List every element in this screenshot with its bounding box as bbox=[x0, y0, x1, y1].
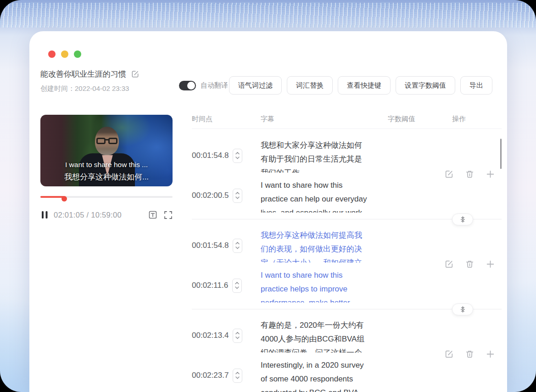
table-header-row: 时间点 字幕 字数阈值 操作 bbox=[192, 109, 502, 129]
add-subtitle-icon[interactable] bbox=[486, 259, 495, 269]
created-time: 创建时间：2022-04-02 23:33 bbox=[40, 84, 140, 93]
speaker-glasses bbox=[96, 138, 117, 145]
subtitle-text[interactable]: I want to share how this practice helps … bbox=[261, 269, 388, 302]
time-stepper[interactable] bbox=[233, 189, 242, 203]
subtitle-group: 00:01:54.8 我想和大家分享这种做法如何 有助于我们的日常生活尤其是 我… bbox=[192, 134, 502, 224]
delete-subtitle-icon[interactable] bbox=[465, 259, 475, 269]
subtitle-group-active: 00:01:54.8 我想分享这种做法如何提高我 们的表现，如何做出更好的决 定… bbox=[192, 224, 502, 314]
playback-time: 02:01:05 / 10:59:00 bbox=[54, 211, 122, 219]
edit-subtitle-icon[interactable] bbox=[444, 259, 454, 269]
row-actions bbox=[444, 169, 495, 179]
zoom-window-icon[interactable] bbox=[74, 50, 81, 58]
row-actions bbox=[444, 349, 495, 359]
video-subtitle-overlay: I want to share how this ... 我想分享这种做法如何.… bbox=[40, 161, 173, 182]
table-row: 00:02:11.6 I want to share how this prac… bbox=[192, 264, 502, 304]
video-preview[interactable]: I want to share how this ... 我想分享这种做法如何.… bbox=[40, 115, 173, 186]
close-window-icon[interactable] bbox=[48, 50, 56, 58]
subtitle-group: 00:02:13.4 有趣的是，2020年一份大约有 4000人参与的由BCG和… bbox=[192, 314, 502, 392]
overlay-subtitle-en: I want to share how this ... bbox=[40, 161, 173, 169]
time-stepper[interactable] bbox=[233, 369, 242, 383]
header-timepoint: 时间点 bbox=[192, 115, 261, 123]
auto-translate-toggle[interactable] bbox=[179, 81, 196, 90]
view-shortcuts-button[interactable]: 查看快捷键 bbox=[338, 76, 391, 95]
table-row: 00:01:54.8 我想和大家分享这种做法如何 有助于我们的日常生活尤其是 我… bbox=[192, 134, 502, 174]
delete-subtitle-icon[interactable] bbox=[465, 169, 475, 179]
subtitle-text[interactable]: 有趣的是，2020年一份大约有 4000人参与的由BCG和BVA组 织的调查问卷… bbox=[261, 319, 388, 353]
subtitle-text[interactable]: 我想和大家分享这种做法如何 有助于我们的日常生活尤其是 我们的工作 bbox=[261, 139, 388, 173]
edit-title-icon[interactable] bbox=[131, 70, 140, 78]
subtitle-text[interactable]: Interestingly, in a 2020 survey of some … bbox=[261, 358, 388, 392]
screenshot-background: 能改善你职业生涯的习惯 创建时间：2022-04-02 23:33 自动翻译 语… bbox=[0, 0, 536, 392]
table-row: 00:02:23.7 Interestingly, in a 2020 surv… bbox=[192, 354, 502, 392]
time-stepper[interactable] bbox=[233, 149, 242, 163]
group-divider bbox=[192, 304, 502, 314]
seek-handle[interactable] bbox=[61, 196, 67, 202]
toolbar: 语气词过滤 词汇替换 查看快捷键 设置字数阈值 导出 bbox=[229, 76, 492, 95]
header-word-threshold: 字数阈值 bbox=[388, 115, 452, 123]
fullscreen-icon[interactable] bbox=[164, 211, 173, 219]
filler-words-filter-button[interactable]: 语气词过滤 bbox=[229, 76, 282, 95]
seek-track bbox=[40, 196, 173, 198]
pause-button[interactable] bbox=[41, 211, 48, 219]
delete-subtitle-icon[interactable] bbox=[465, 349, 475, 359]
minimize-window-icon[interactable] bbox=[61, 50, 68, 58]
time-stepper[interactable] bbox=[232, 279, 242, 293]
auto-translate-label: 自动翻译 bbox=[201, 81, 228, 90]
seek-bar[interactable] bbox=[40, 194, 173, 200]
group-divider bbox=[192, 214, 502, 224]
subtitle-display-icon[interactable] bbox=[148, 210, 157, 219]
subtitle-text[interactable]: 我想分享这种做法如何提高我 们的表现，如何做出更好的决 定（无论大小），和如何建… bbox=[261, 229, 388, 263]
export-button[interactable]: 导出 bbox=[460, 76, 492, 95]
edit-subtitle-icon[interactable] bbox=[444, 349, 454, 359]
table-row: 00:02:13.4 有趣的是，2020年一份大约有 4000人参与的由BCG和… bbox=[192, 314, 502, 354]
scrollbar[interactable] bbox=[500, 139, 502, 169]
timestamp: 00:02:00.5 bbox=[192, 191, 229, 200]
overlay-subtitle-zh: 我想分享这种做法如何... bbox=[40, 172, 173, 182]
table-body: 00:01:54.8 我想和大家分享这种做法如何 有助于我们的日常生活尤其是 我… bbox=[192, 129, 502, 392]
set-word-threshold-button[interactable]: 设置字数阈值 bbox=[396, 76, 455, 95]
window-controls bbox=[48, 50, 81, 58]
merge-rows-icon[interactable] bbox=[452, 303, 473, 315]
subtitle-table: 时间点 字幕 字数阈值 操作 00:01:54.8 bbox=[192, 109, 502, 392]
time-stepper[interactable] bbox=[233, 239, 242, 253]
project-header: 能改善你职业生涯的习惯 创建时间：2022-04-02 23:33 bbox=[40, 69, 140, 93]
subtitle-text[interactable]: I want to share how this practice can he… bbox=[261, 179, 388, 213]
row-actions bbox=[444, 259, 495, 269]
timestamp: 00:02:23.7 bbox=[192, 371, 229, 380]
toggle-knob bbox=[187, 82, 195, 90]
app-window: 能改善你职业生涯的习惯 创建时间：2022-04-02 23:33 自动翻译 语… bbox=[29, 31, 507, 392]
table-row: 00:02:00.5 I want to share how this prac… bbox=[192, 174, 502, 214]
timestamp: 00:01:54.8 bbox=[192, 241, 229, 250]
timestamp: 00:02:11.6 bbox=[192, 281, 228, 290]
timestamp: 00:01:54.8 bbox=[192, 151, 229, 160]
add-subtitle-icon[interactable] bbox=[486, 169, 495, 179]
seek-fill bbox=[40, 196, 64, 198]
table-row: 00:01:54.8 我想分享这种做法如何提高我 们的表现，如何做出更好的决 定… bbox=[192, 224, 502, 264]
merge-rows-icon[interactable] bbox=[452, 213, 473, 225]
auto-translate-control: 自动翻译 bbox=[179, 81, 228, 90]
project-title: 能改善你职业生涯的习惯 bbox=[40, 69, 126, 79]
add-subtitle-icon[interactable] bbox=[486, 349, 495, 359]
player-controls: 02:01:05 / 10:59:00 bbox=[41, 210, 173, 219]
time-stepper[interactable] bbox=[233, 329, 242, 343]
timestamp: 00:02:13.4 bbox=[192, 331, 229, 340]
edit-subtitle-icon[interactable] bbox=[444, 169, 454, 179]
header-subtitle: 字幕 bbox=[261, 115, 388, 123]
vocab-replace-button[interactable]: 词汇替换 bbox=[287, 76, 333, 95]
header-actions: 操作 bbox=[452, 115, 502, 123]
